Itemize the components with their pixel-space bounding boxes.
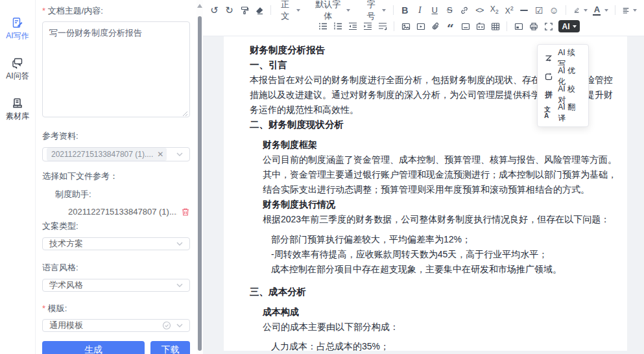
ai-button-label: AI xyxy=(562,22,570,31)
language-style-label: 语言风格: xyxy=(42,262,190,274)
emoji-button[interactable]: ☺ xyxy=(547,3,561,18)
menu-item-ai-translate[interactable]: 文A AI 翻译 xyxy=(538,104,588,122)
caret-down-icon xyxy=(296,9,300,12)
bold-button[interactable]: B xyxy=(398,3,412,18)
translate-icon: 文A xyxy=(544,106,553,119)
language-style-select[interactable]: 学术风格 xyxy=(42,279,190,292)
trash-icon xyxy=(181,207,190,217)
table-icon xyxy=(491,22,500,31)
subscript-button[interactable]: X2 xyxy=(488,3,501,18)
outdent-button[interactable] xyxy=(346,19,359,34)
panel-view-button[interactable] xyxy=(512,19,525,34)
panel-scrollbar[interactable] xyxy=(197,0,203,354)
ai-menu-button[interactable]: AI xyxy=(558,20,580,32)
chat-bubbles-icon xyxy=(12,57,23,69)
horizontal-rule-icon xyxy=(520,10,528,11)
paragraph-style-select[interactable]: 正文 xyxy=(276,3,303,18)
quote-icon: “ xyxy=(447,27,454,32)
template-label: 模版: xyxy=(42,303,190,314)
template-select[interactable]: 通用模板 xyxy=(42,319,190,332)
align-button[interactable] xyxy=(620,3,639,18)
superscript-button[interactable]: X2 xyxy=(503,3,516,18)
generate-button[interactable]: 生成 xyxy=(42,341,145,354)
toolbar-divider xyxy=(566,5,566,15)
delete-file-button[interactable] xyxy=(181,207,190,217)
circle-check-icon[interactable] xyxy=(162,321,171,330)
reference-select[interactable]: 2021122715133847807 (1).... ✕ xyxy=(42,147,190,161)
emoji-icon: ☺ xyxy=(549,5,559,15)
sidebar-item-material-library[interactable]: 素材库 xyxy=(6,97,29,122)
underline-button[interactable]: U xyxy=(428,3,442,18)
superscript-icon: X2 xyxy=(505,5,514,16)
reference-label: 参考资料: xyxy=(42,130,190,142)
divider-block-icon xyxy=(461,22,470,31)
bold-icon: B xyxy=(401,5,408,16)
redo-icon: ↻ xyxy=(225,5,233,15)
italic-button[interactable]: I xyxy=(413,3,427,18)
insert-video-button[interactable] xyxy=(414,19,427,34)
indent-button[interactable] xyxy=(361,19,374,34)
indent-icon xyxy=(363,22,372,30)
print-button[interactable] xyxy=(527,19,540,34)
language-style-value: 学术风格 xyxy=(49,279,83,291)
continue-writing-icon xyxy=(544,54,553,62)
sidebar-item-ai-qa[interactable]: AI问答 xyxy=(6,57,29,82)
font-color-icon: A xyxy=(593,5,601,16)
strikethrough-icon: S xyxy=(447,5,453,15)
align-icon xyxy=(623,6,629,14)
sidebar-item-label: 素材库 xyxy=(6,111,29,122)
code-block-button[interactable] xyxy=(473,19,487,34)
strikethrough-button[interactable]: S xyxy=(443,3,457,18)
link-icon xyxy=(460,6,469,15)
font-family-select[interactable]: 默认字体 xyxy=(311,3,353,18)
chevron-down-icon xyxy=(176,152,183,156)
scrollbar-thumb[interactable] xyxy=(198,16,202,351)
fullscreen-button[interactable] xyxy=(542,19,555,34)
scroll-up-arrow-icon[interactable] xyxy=(197,4,202,8)
blockquote-button[interactable]: “ xyxy=(444,19,457,34)
link-button[interactable] xyxy=(458,3,471,18)
caret-down-icon xyxy=(633,9,637,12)
doc-problem-list: 部分部门预算执行偏差较大，平均偏差率为12%； -周转效率有待提高，应收账款周转… xyxy=(271,232,617,277)
attachment-button[interactable] xyxy=(429,19,442,34)
insert-image-button[interactable] xyxy=(399,19,412,34)
resize-grip-icon[interactable] xyxy=(182,111,188,117)
menu-item-ai-proofread[interactable]: 拼 AI 校对 xyxy=(538,86,588,104)
undo-button[interactable]: ↺ xyxy=(208,3,221,18)
doc-type-select[interactable]: 技术方案 xyxy=(42,237,190,250)
checkbox-icon: ☑ xyxy=(535,6,543,15)
bullet-list-button[interactable] xyxy=(316,19,329,34)
proofread-icon: 拼 xyxy=(544,91,553,99)
toolbar-divider xyxy=(393,5,394,15)
font-size-value: 字号 xyxy=(364,0,378,22)
sidebar-item-ai-writing[interactable]: AI写作 xyxy=(6,17,29,41)
doc-paragraph: 公司的成本主要由以下部分构成： xyxy=(263,320,617,335)
highlight-color-button[interactable] xyxy=(571,3,590,18)
editor-canvas: 财务制度分析报告 一、引言 本报告旨在对公司的财务制度进行全面分析，包括财务制度… xyxy=(203,36,644,354)
format-painter-button[interactable] xyxy=(237,3,251,18)
list-item: 成本控制在部分项目中存在超支现象，主要集中在研发和市场推广领域。 xyxy=(271,262,617,277)
redo-button[interactable]: ↻ xyxy=(222,3,236,18)
ai-dropdown-menu: AI 续写 AI 优化 拼 AI 校对 文A xyxy=(537,44,589,127)
code-block-icon xyxy=(476,22,485,31)
download-button[interactable]: 下载 xyxy=(150,341,190,354)
line-spacing-button[interactable] xyxy=(376,19,389,34)
caret-down-icon xyxy=(573,25,577,28)
font-size-select[interactable]: 字号 xyxy=(361,3,388,18)
task-list-button[interactable]: ☑ xyxy=(532,3,546,18)
insert-table-button[interactable] xyxy=(488,19,502,34)
menu-item-ai-continue[interactable]: AI 续写 xyxy=(538,49,588,67)
horizontal-rule-button[interactable] xyxy=(518,3,531,18)
tag-remove-icon[interactable]: ✕ xyxy=(157,150,163,159)
file-reference-label: 选择如下文件参考： xyxy=(42,171,190,182)
inline-code-button[interactable]: <> xyxy=(473,3,486,18)
font-color-button[interactable]: A xyxy=(591,3,610,18)
outdent-icon xyxy=(348,22,357,30)
menu-item-label: AI 翻译 xyxy=(558,102,582,124)
clear-format-button[interactable] xyxy=(252,3,266,18)
divider-block-button[interactable] xyxy=(459,19,472,34)
topic-label: 文档主题/内容: xyxy=(42,5,190,17)
menu-item-ai-optimize[interactable]: AI 优化 xyxy=(538,67,588,86)
ordered-list-button[interactable] xyxy=(331,19,344,34)
topic-input[interactable]: 写一份财务制度分析报告 xyxy=(42,21,190,117)
